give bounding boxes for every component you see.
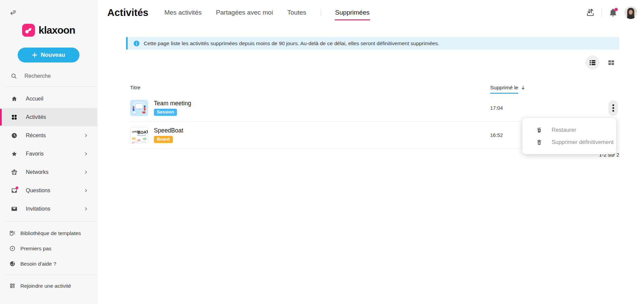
collapse-sidebar-icon[interactable] [10, 9, 17, 16]
info-banner: Cette page liste les activités supprimée… [126, 37, 619, 50]
menu-item-supprimer-definitivement[interactable]: Supprimer définitivement [522, 136, 616, 148]
activity-title: SpeedBoat [154, 127, 183, 134]
tab-partagees-avec-moi[interactable]: Partagées avec moi [216, 9, 273, 16]
column-header-titre: Titre [130, 85, 490, 91]
activity-thumbnail [130, 100, 148, 116]
star-icon [11, 150, 18, 157]
svg-text:BOAT: BOAT [137, 129, 148, 135]
row-context-menu: Restaurer Supprimer définitivement [522, 118, 616, 154]
templates-icon [9, 230, 16, 236]
search-input[interactable]: Recherche [11, 73, 97, 79]
column-header-supprime-le[interactable]: Supprimé le [490, 85, 619, 91]
sidebar-item-rejoindre-activite[interactable]: Rejoindre une activité [0, 278, 97, 293]
deleted-time: 17:04 [490, 105, 503, 111]
sort-desc-icon [521, 85, 525, 90]
sidebar-item-recents[interactable]: Récents [0, 126, 97, 145]
deleted-time: 16:52 [490, 132, 503, 138]
list-view-icon[interactable] [585, 55, 600, 70]
chevron-right-icon [84, 151, 88, 156]
sidebar-item-premiers-pas[interactable]: Premiers pas [0, 241, 97, 256]
sidebar-item-questions[interactable]: Questions [0, 181, 97, 200]
tabs: Mes activités Partagées avec moi Toutes … [164, 9, 370, 16]
sidebar-secondary-nav: Bibliothèque de templates Premiers pas B… [0, 226, 97, 271]
sidebar-item-bibliotheque-templates[interactable]: Bibliothèque de templates [0, 226, 97, 241]
help-icon [9, 261, 16, 267]
info-banner-text: Cette page liste les activités supprimée… [144, 40, 439, 47]
sidebar-item-networks[interactable]: Networks [0, 163, 97, 181]
sidebar-item-invitations[interactable]: Invitations [0, 200, 97, 218]
user-avatar[interactable] [624, 6, 637, 19]
sidebar-footer: Rejoindre une activité [0, 278, 97, 293]
divider [5, 221, 97, 222]
grid-view-icon[interactable] [604, 55, 618, 70]
activity-type-badge: Session [154, 109, 177, 116]
sidebar-item-favoris[interactable]: Favoris [0, 145, 97, 163]
notification-dot [614, 8, 618, 11]
activity-info: SpeedBoat Board [154, 127, 183, 143]
delete-forever-icon [536, 139, 542, 145]
sidebar-item-accueil[interactable]: Accueil [0, 90, 97, 108]
compass-icon [9, 245, 16, 252]
menu-item-restaurer[interactable]: Restaurer [522, 124, 616, 136]
new-activity-button[interactable]: Nouveau [18, 48, 79, 62]
activity-cell: SPEED BOAT SpeedBoat Board [130, 127, 490, 143]
import-export-icon[interactable] [586, 8, 595, 17]
activities-grid-icon [11, 114, 18, 121]
home-icon [11, 95, 18, 102]
chevron-right-icon [84, 188, 88, 193]
tab-toutes[interactable]: Toutes [287, 9, 306, 16]
sidebar-nav: Accueil Activités Récents Favoris [0, 90, 97, 218]
mail-icon [11, 205, 18, 212]
activity-title: Team meeting [154, 100, 191, 107]
table-row[interactable]: Team meeting Session 17:04 [130, 94, 619, 122]
active-indicator-bar [0, 109, 2, 126]
divider [5, 275, 97, 275]
info-icon [133, 40, 140, 47]
deleted-time-cell: 17:04 [490, 100, 619, 116]
row-menu-kebab-icon[interactable] [608, 100, 618, 116]
search-icon [11, 73, 17, 79]
page-title: Activités [107, 7, 148, 18]
chevron-right-icon [84, 170, 88, 175]
notifications-bell-icon[interactable] [608, 8, 618, 17]
view-toggles [585, 55, 618, 70]
top-bar: Activités Mes activités Partagées avec m… [97, 0, 644, 25]
sidebar: klaxoon Nouveau Recherche Accueil Activi… [0, 0, 97, 304]
klaxoon-logo[interactable]: klaxoon [0, 24, 97, 37]
sidebar-item-besoin-aide[interactable]: Besoin d'aide ? [0, 256, 97, 271]
sidebar-item-activites[interactable]: Activités [0, 108, 97, 126]
tab-mes-activites[interactable]: Mes activités [164, 9, 202, 16]
activity-thumbnail: SPEED BOAT [130, 127, 148, 143]
main-content: Activités Mes activités Partagées avec m… [97, 0, 644, 304]
klaxoon-logo-icon [22, 24, 35, 37]
restore-from-trash-icon [536, 127, 542, 133]
divider [5, 86, 97, 87]
top-right-actions [586, 6, 637, 19]
notification-dot [16, 186, 18, 189]
tab-separator [321, 9, 321, 16]
chevron-right-icon [84, 207, 88, 211]
table-header: Titre Supprimé le [130, 81, 619, 94]
activity-type-badge: Board [154, 136, 173, 143]
logo-wordmark: klaxoon [39, 24, 75, 36]
tab-supprimees[interactable]: Supprimées [335, 9, 370, 16]
activity-cell: Team meeting Session [130, 100, 490, 116]
qr-code-icon [9, 283, 16, 289]
clock-icon [11, 132, 18, 139]
divider [602, 8, 602, 17]
network-icon [11, 169, 18, 176]
activity-info: Team meeting Session [154, 100, 191, 116]
search-placeholder: Recherche [24, 73, 51, 79]
plus-icon [32, 52, 37, 58]
inbox-icon [11, 187, 18, 194]
chevron-right-icon [84, 133, 88, 138]
